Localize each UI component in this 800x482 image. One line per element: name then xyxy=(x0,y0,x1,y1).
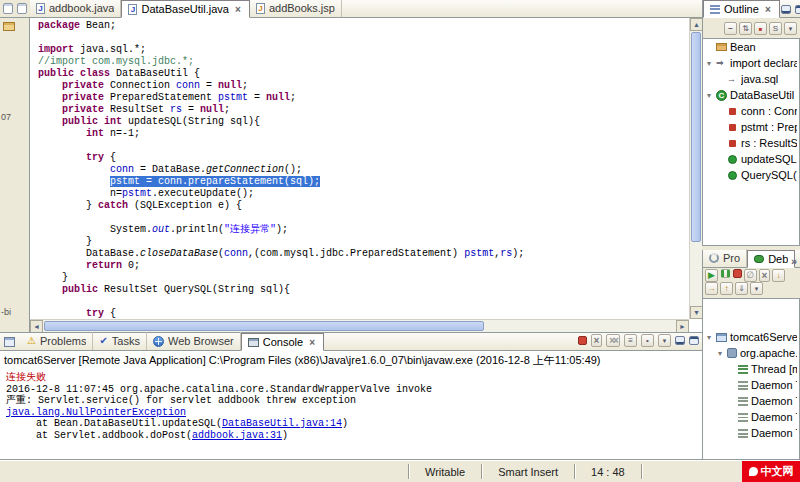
close-icon[interactable] xyxy=(763,4,773,15)
code-line[interactable] xyxy=(38,212,688,224)
remove-launch-icon[interactable] xyxy=(759,269,770,282)
console-line[interactable]: 连接失败 xyxy=(6,372,702,384)
code-line[interactable]: int n=-1; xyxy=(38,128,688,140)
maximize-icon[interactable] xyxy=(795,5,800,14)
debug-item-thread-main-running[interactable]: Thread [main] (Running) xyxy=(703,361,799,377)
maximize-icon[interactable] xyxy=(689,336,699,345)
expand-arrow-icon[interactable]: ▾ xyxy=(705,59,713,68)
outline-item-databaseutil[interactable]: ▾DataBaseUtil xyxy=(703,87,799,103)
expand-arrow-icon[interactable]: ▾ xyxy=(716,349,724,358)
tab-outline[interactable]: Outline xyxy=(703,0,780,18)
debug-item-daemon-thread-running[interactable]: Daemon Thread (Running) xyxy=(703,425,799,441)
view-menu-icon[interactable] xyxy=(750,282,763,295)
debug-item-org-apache-catalina-star[interactable]: ▾org.apache.catalina.startup.Bootstrap xyxy=(703,345,799,361)
outline-item-querysql-string-resultse[interactable]: QuerySQL(String) : ResultSet xyxy=(703,167,799,183)
disconnect-icon[interactable] xyxy=(744,269,757,282)
resume-icon[interactable] xyxy=(705,269,718,282)
code-line[interactable]: public ResultSet QuerySQL(String sql){ xyxy=(38,284,688,296)
scroll-right-icon[interactable]: ► xyxy=(676,320,689,332)
console-line[interactable]: 2016-12-8 11:07:45 org.apache.catalina.c… xyxy=(6,384,702,396)
close-icon[interactable] xyxy=(307,337,317,348)
collapse-all-icon[interactable] xyxy=(724,22,737,35)
code-line[interactable]: public int updateSQL(String sql){ xyxy=(38,116,688,128)
console-link[interactable]: addbook.java:31 xyxy=(192,430,282,441)
terminate-icon[interactable] xyxy=(578,336,587,345)
step-into-icon[interactable] xyxy=(772,269,785,282)
code-line[interactable]: private PreparedStatement pstmt = null; xyxy=(38,92,688,104)
code-line[interactable]: private ResultSet rs = null; xyxy=(38,104,688,116)
tab-addbooks-jsp[interactable]: addBooks.jsp xyxy=(250,0,342,17)
console-view[interactable]: tomcat6Server [Remote Java Application] … xyxy=(0,351,702,461)
expand-arrow-icon[interactable]: ▾ xyxy=(705,91,713,100)
expand-arrow-icon[interactable]: ▾ xyxy=(705,333,713,342)
tab-deb[interactable]: Deb xyxy=(747,250,795,268)
sort-alphabetical-icon[interactable] xyxy=(739,22,752,35)
outline-item-updatesql-string-int[interactable]: updateSQL(String) : int xyxy=(703,151,799,167)
debug-item-tomcat6server-remote-jav[interactable]: ▾tomcat6Server [Remote Java Application] xyxy=(703,329,799,345)
tab-addbook-java[interactable]: addbook.java xyxy=(30,0,121,17)
remove-launch-icon[interactable] xyxy=(591,334,602,347)
outline-item-java-sql[interactable]: java.sql xyxy=(703,71,799,87)
outline-item-import-declarations[interactable]: ▾import declarations xyxy=(703,55,799,71)
scrollbar-thumb[interactable] xyxy=(691,32,701,242)
restore-view-icon[interactable] xyxy=(4,337,15,347)
code-editor[interactable]: package Bean;import java.sql.*;//import … xyxy=(30,18,702,332)
scroll-lock-icon[interactable] xyxy=(624,334,637,347)
terminate-icon[interactable] xyxy=(733,269,742,278)
suspend-icon[interactable] xyxy=(721,269,730,278)
remove-all-icon[interactable] xyxy=(606,334,620,347)
close-icon[interactable] xyxy=(233,4,243,15)
code-line[interactable]: DataBase.closeDataBase(conn,(com.mysql.j… xyxy=(38,248,688,260)
package-explorer-icon[interactable] xyxy=(3,22,15,31)
code-line[interactable] xyxy=(38,296,688,308)
tab-problems[interactable]: Problems xyxy=(21,332,93,350)
vertical-scrollbar[interactable]: ▲ ▼ xyxy=(689,18,702,319)
outline-item-pstmt-preparedstatement[interactable]: pstmt : PreparedStatement xyxy=(703,119,799,135)
view-menu-icon[interactable] xyxy=(784,22,797,35)
tab-pro[interactable]: Pro xyxy=(703,249,747,267)
console-menu-icon[interactable] xyxy=(658,334,671,347)
tab-overflow-icon[interactable] xyxy=(791,255,797,267)
code-content[interactable]: package Bean;import java.sql.*;//import … xyxy=(38,20,688,332)
debug-item-daemon-thread-running[interactable]: Daemon Thread (Running) xyxy=(703,409,799,425)
outline-item-rs-resultset[interactable]: rs : ResultSet xyxy=(703,135,799,151)
scrollbar-thumb[interactable] xyxy=(44,321,484,331)
horizontal-scrollbar[interactable]: ◄ ► xyxy=(30,319,689,332)
code-line[interactable]: pstmt = conn.prepareStatement(sql); xyxy=(38,176,688,188)
code-line[interactable]: return 0; xyxy=(38,260,688,272)
debug-item-daemon-thread-running[interactable]: Daemon Thread (Running) xyxy=(703,377,799,393)
code-line[interactable]: private Connection conn = null; xyxy=(38,80,688,92)
code-line[interactable]: } catch (SQLException e) { xyxy=(38,200,688,212)
console-line[interactable]: java.lang.NullPointerException xyxy=(6,407,702,419)
step-return-icon[interactable] xyxy=(720,282,733,295)
tab-console[interactable]: Console xyxy=(241,333,324,351)
view-shortcut-icon[interactable] xyxy=(17,3,27,14)
console-line[interactable]: at Bean.DataBaseUtil.updateSQL(DataBaseU… xyxy=(6,418,702,430)
console-link[interactable]: DataBaseUtil.java:14 xyxy=(222,418,342,429)
drop-frame-icon[interactable] xyxy=(735,282,748,295)
hide-fields-icon[interactable] xyxy=(754,22,767,35)
tab-tasks[interactable]: Tasks xyxy=(93,332,147,350)
pin-console-icon[interactable] xyxy=(641,334,654,347)
scroll-down-icon[interactable]: ▼ xyxy=(690,306,702,319)
code-line[interactable]: public class DataBaseUtil { xyxy=(38,68,688,80)
minimize-icon[interactable] xyxy=(675,336,685,345)
code-line[interactable]: } xyxy=(38,272,688,284)
scroll-up-icon[interactable]: ▲ xyxy=(690,18,702,31)
code-line[interactable] xyxy=(38,32,688,44)
hide-static-icon[interactable] xyxy=(769,22,782,35)
outline-item-conn-connection[interactable]: conn : Connection xyxy=(703,103,799,119)
code-line[interactable] xyxy=(38,140,688,152)
code-line[interactable]: import java.sql.*; xyxy=(38,44,688,56)
console-link[interactable]: java.lang.NullPointerException xyxy=(6,407,186,418)
view-shortcut-icon[interactable] xyxy=(3,3,13,14)
outline-item-bean[interactable]: Bean xyxy=(703,39,799,55)
code-line[interactable]: System.out.println("连接异常"); xyxy=(38,224,688,236)
console-output[interactable]: 连接失败2016-12-8 11:07:45 org.apache.catali… xyxy=(0,372,702,441)
scroll-left-icon[interactable]: ◄ xyxy=(30,320,43,332)
code-line[interactable]: conn = DataBase.getConnection(); xyxy=(38,164,688,176)
code-line[interactable]: //import com.mysql.jdbc.*; xyxy=(38,56,688,68)
code-line[interactable]: n=pstmt.executeUpdate(); xyxy=(38,188,688,200)
tab-web-browser[interactable]: Web Browser xyxy=(147,332,241,350)
debug-item-daemon-thread-running[interactable]: Daemon Thread (Running) xyxy=(703,393,799,409)
